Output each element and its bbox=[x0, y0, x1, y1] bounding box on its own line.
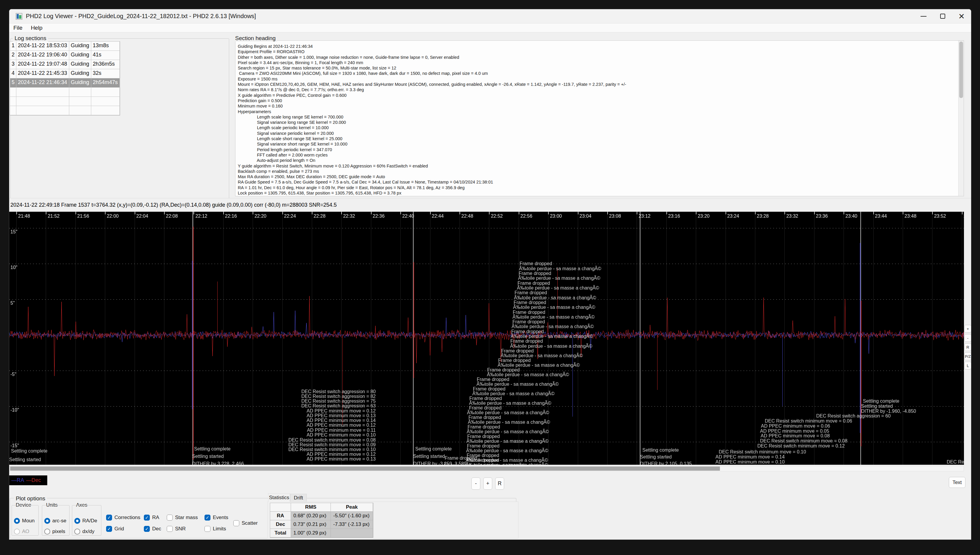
radio-option-rade[interactable]: RA/De bbox=[74, 518, 100, 524]
tab-drift[interactable]: Drift bbox=[290, 494, 307, 502]
radio-option-moun[interactable]: Moun bbox=[14, 518, 37, 524]
radio-label: AO bbox=[22, 529, 29, 534]
checkbox-events[interactable]: Events bbox=[204, 515, 228, 521]
radio-icon bbox=[74, 518, 80, 524]
statistics-row: Total1.00" (0.29 px) bbox=[270, 529, 373, 537]
radio-option-dxdy[interactable]: dx/dy bbox=[74, 529, 100, 534]
minimize-button[interactable] bbox=[914, 9, 933, 23]
checkbox-star-mass[interactable]: Star mass bbox=[167, 515, 198, 521]
graph-side-button-r[interactable]: R bbox=[964, 343, 971, 351]
menu-help[interactable]: Help bbox=[27, 25, 47, 31]
y-axis-label: -5" bbox=[10, 372, 16, 377]
log-section-cell: 41s bbox=[91, 51, 120, 60]
x-axis-tick-label: 22:28 bbox=[314, 213, 325, 219]
log-sections-table[interactable]: 12024-11-22 18:53:03Guiding13m8s22024-11… bbox=[10, 41, 120, 115]
graph-event-annotation: DEC Resist switch minimum move = 0.08 bbox=[760, 438, 847, 444]
log-section-row[interactable]: 32024-11-22 19:07:48Guiding2h36m5s bbox=[10, 60, 120, 69]
zoom-in-button[interactable]: + bbox=[483, 478, 492, 490]
statistics-row-label: RA bbox=[270, 512, 291, 520]
graph-event-annotation: Frame dropped bbox=[515, 290, 547, 295]
graph-event-annotation: Ã‰toile perdue - sa masse a changÃ© bbox=[518, 276, 600, 281]
log-section-cell bbox=[69, 106, 91, 115]
checkbox-ra[interactable]: RA bbox=[144, 515, 159, 521]
radio-option-arcse[interactable]: arc-se bbox=[44, 518, 68, 524]
checkbox-snr[interactable]: SNR bbox=[167, 526, 186, 532]
graph-right-controls: +-RP/ZL bbox=[964, 212, 971, 465]
maximize-icon bbox=[940, 14, 945, 19]
x-axis-tick-label: 23:36 bbox=[816, 213, 828, 219]
graph-event-annotation: Settling complete bbox=[194, 446, 231, 452]
checkbox-icon bbox=[144, 515, 150, 521]
checkbox-limits[interactable]: Limits bbox=[204, 526, 226, 532]
graph-event-annotation: Settling started bbox=[640, 454, 672, 460]
statistics-peak-value: -7.33" (-2.13 px) bbox=[331, 520, 373, 529]
graph-h-scrollbar[interactable] bbox=[9, 466, 964, 471]
statistics-row-label: Total bbox=[270, 529, 291, 537]
graph-event-annotation: DITHER by 3.228, 2.466 bbox=[192, 461, 244, 465]
x-axis-tick-label: 23:48 bbox=[904, 213, 916, 219]
graph-h-scroll-thumb[interactable] bbox=[10, 467, 720, 471]
reset-button[interactable]: R bbox=[495, 478, 504, 490]
y-axis-label: 15" bbox=[10, 229, 17, 234]
checkbox-label: Limits bbox=[213, 526, 226, 532]
section-scrollbar[interactable] bbox=[958, 41, 964, 196]
section-heading-line: Signal variance long range SE kernel = 2… bbox=[238, 120, 626, 125]
x-axis-tick-mark bbox=[578, 212, 578, 214]
radio-label: RA/De bbox=[82, 518, 97, 524]
graph-event-annotation: Settling started bbox=[192, 454, 224, 459]
log-section-cell: 2h54m47s bbox=[91, 79, 120, 88]
log-section-row[interactable]: 52024-11-22 21:46:34Guiding2h54m47s bbox=[10, 79, 120, 88]
x-axis-tick-mark bbox=[371, 212, 372, 214]
log-section-row[interactable] bbox=[10, 106, 120, 115]
graph-event-annotation: Ã‰toile perdue - sa masse a changÃ© bbox=[443, 463, 526, 465]
section-scroll-thumb[interactable] bbox=[959, 42, 963, 98]
log-section-row[interactable] bbox=[10, 88, 120, 97]
graph-side-button-+[interactable]: + bbox=[964, 325, 971, 333]
checkbox-corrections[interactable]: Corrections bbox=[106, 515, 140, 521]
log-section-row[interactable]: 12024-11-22 18:53:03Guiding13m8s bbox=[10, 42, 120, 51]
checkbox-dec[interactable]: Dec bbox=[144, 526, 161, 532]
x-axis-tick-mark bbox=[548, 212, 549, 214]
log-section-cell bbox=[16, 88, 69, 97]
log-section-row[interactable] bbox=[10, 97, 120, 106]
graph-side-button-pz[interactable]: P/Z bbox=[964, 353, 971, 360]
x-axis-tick-label: 21:52 bbox=[48, 213, 60, 219]
graph-event-annotation: Ã‰toile perdue - sa masse a changÃ© bbox=[513, 305, 595, 310]
graph-event-annotation: Settling started bbox=[9, 457, 41, 462]
title-bar[interactable]: PHD2 Log Viewer - PHD2_GuideLog_2024-11-… bbox=[9, 9, 971, 24]
log-section-row[interactable]: 42024-11-22 21:45:33Guiding32s bbox=[10, 69, 120, 79]
log-section-cell bbox=[69, 97, 91, 106]
log-section-cell: Guiding bbox=[69, 69, 91, 79]
log-section-row[interactable]: 22024-11-22 19:06:40Guiding41s bbox=[10, 51, 120, 60]
log-sections-label: Log sections bbox=[13, 35, 48, 42]
statistics-peak-value: -5.50" (-1.60 px) bbox=[331, 512, 373, 520]
x-axis-tick-label: 23:12 bbox=[639, 213, 650, 219]
log-section-cell bbox=[10, 88, 16, 97]
x-axis-tick-label: 23:52 bbox=[934, 213, 946, 219]
radio-option-ao[interactable]: AO bbox=[14, 529, 37, 534]
graph-side-button-l[interactable]: L bbox=[964, 362, 971, 369]
log-section-cell: 2024-11-22 18:53:03 bbox=[16, 42, 69, 51]
radio-label: pixels bbox=[52, 529, 65, 534]
x-axis-tick-mark bbox=[962, 212, 962, 214]
tab-statistics[interactable]: Statistics bbox=[268, 493, 290, 502]
text-view-button[interactable]: Text bbox=[949, 477, 966, 488]
log-section-cell: 1 bbox=[10, 42, 16, 51]
radio-option-pixels[interactable]: pixels bbox=[44, 529, 68, 534]
x-axis-tick-label: 23:40 bbox=[845, 213, 857, 219]
menu-file[interactable]: File bbox=[9, 25, 27, 31]
graph-side-button--[interactable]: - bbox=[964, 334, 971, 342]
maximize-button[interactable] bbox=[933, 9, 952, 23]
x-axis-tick-mark bbox=[637, 212, 637, 214]
legend-ra: —RA bbox=[11, 477, 24, 483]
log-section-cell: 2024-11-22 19:07:48 bbox=[16, 60, 69, 69]
close-button[interactable]: ✕ bbox=[952, 9, 971, 23]
graph-event-annotation: Settling complete bbox=[11, 448, 48, 454]
checkbox-grid[interactable]: Grid bbox=[106, 526, 124, 532]
y-axis-label: 5" bbox=[10, 300, 15, 306]
log-section-cell: 4 bbox=[10, 69, 16, 79]
checkbox-scatter[interactable]: Scatter bbox=[233, 520, 258, 526]
x-axis-tick-label: 22:20 bbox=[254, 213, 266, 219]
guide-graph[interactable]: 21:4821:5221:5622:0022:0422:0822:1222:16… bbox=[9, 212, 964, 465]
zoom-out-button[interactable]: - bbox=[471, 478, 480, 490]
